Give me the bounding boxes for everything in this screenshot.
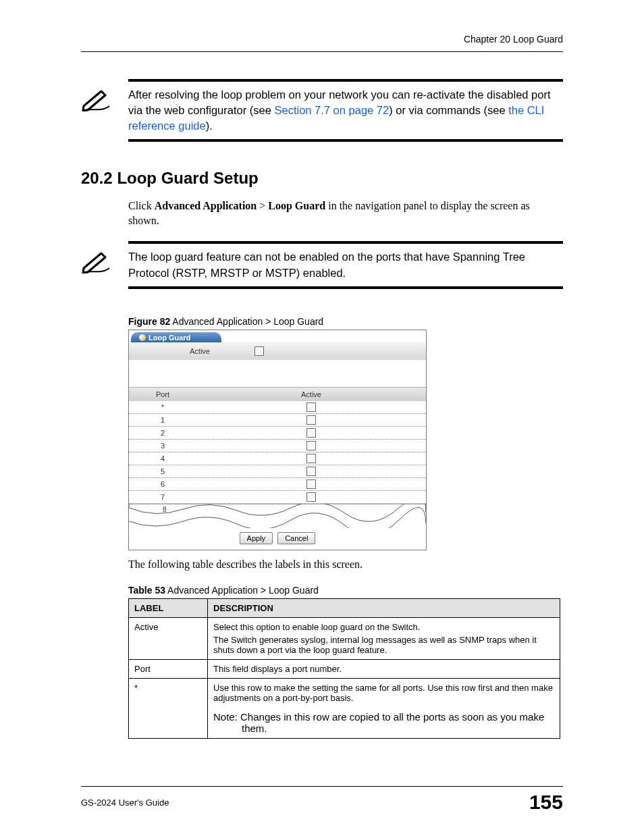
chapter-header: Chapter 20 Loop Guard	[81, 34, 563, 52]
cell-description: Select this option to enable loop guard …	[208, 618, 560, 660]
global-active-row: Active	[129, 342, 426, 360]
note2-bottom-bar	[128, 286, 563, 289]
global-active-label: Active	[129, 347, 214, 355]
note1-middle: ) or via commands (see	[389, 104, 508, 116]
port-label: *	[129, 403, 196, 411]
note-bottom-bar	[128, 139, 563, 142]
port-row-4: 4	[129, 452, 426, 465]
port-active-checkbox[interactable]	[306, 479, 316, 489]
port-label: 2	[129, 429, 196, 437]
table-row: * Use this row to make the setting the s…	[129, 679, 560, 739]
table-caption: Table 53 Advanced Application > Loop Gua…	[128, 585, 563, 596]
port-row-3: 3	[129, 440, 426, 452]
screenshot-title-text: Loop Guard	[149, 334, 190, 342]
port-row-6: 6	[129, 478, 426, 491]
desc-line: Select this option to enable loop guard …	[213, 622, 554, 632]
global-active-checkbox[interactable]	[254, 346, 264, 356]
footer-guide-name: GS-2024 User's Guide	[81, 798, 169, 808]
apply-button[interactable]: Apply	[240, 532, 273, 544]
desc-line: The Switch generates syslog, internal lo…	[213, 635, 554, 655]
torn-edge: 8	[129, 504, 426, 528]
table-caption-bold: Table 53	[128, 585, 165, 596]
cell-description: Use this row to make the setting the sam…	[208, 679, 560, 739]
screenshot-title-tab: Loop Guard	[131, 332, 221, 343]
note-block-1: After resolving the loop problem on your…	[81, 79, 563, 142]
port-label: 1	[129, 416, 196, 424]
cancel-button[interactable]: Cancel	[277, 532, 315, 544]
cell-description: This field displays a port number.	[208, 660, 560, 679]
col-header-port: Port	[129, 390, 196, 398]
port-active-checkbox[interactable]	[306, 415, 316, 425]
table-caption-rest: Advanced Application > Loop Guard	[165, 585, 319, 596]
port-active-checkbox[interactable]	[306, 492, 316, 502]
note-2-text: The loop guard feature can not be enable…	[122, 249, 563, 280]
cell-label: Port	[129, 660, 208, 679]
intro-mid: >	[257, 200, 268, 211]
section-title: 20.2 Loop Guard Setup	[81, 169, 563, 188]
table-row: Port This field displays a port number.	[129, 660, 560, 679]
port-row-1: 1	[129, 414, 426, 427]
port-row-7: 7	[129, 491, 426, 504]
intro-prefix: Click	[128, 200, 155, 211]
loop-guard-screenshot: Loop Guard Active Port Active * 1 2 3 4 …	[128, 330, 427, 550]
port-row-5: 5	[129, 465, 426, 478]
th-label: LABEL	[129, 599, 208, 618]
col-header-active: Active	[196, 390, 426, 398]
cell-label: *	[129, 679, 208, 739]
figure-caption: Figure 82 Advanced Application > Loop Gu…	[128, 316, 563, 327]
table-header-row: LABEL DESCRIPTION	[129, 599, 560, 618]
intro-loop-guard: Loop Guard	[268, 200, 325, 211]
note-1-text: After resolving the loop problem on your…	[122, 87, 563, 134]
port-active-checkbox[interactable]	[306, 454, 316, 463]
figure-caption-rest: Advanced Application > Loop Guard	[170, 316, 323, 327]
table-intro: The following table describes the labels…	[128, 557, 563, 572]
port-label: 6	[129, 480, 196, 488]
description-table: LABEL DESCRIPTION Active Select this opt…	[128, 598, 560, 739]
tab-dot-icon	[139, 334, 146, 341]
port-active-checkbox[interactable]	[306, 402, 316, 412]
th-description: DESCRIPTION	[208, 599, 560, 618]
figure-caption-bold: Figure 82	[128, 316, 170, 327]
port-label: 4	[129, 454, 196, 463]
page-footer: GS-2024 User's Guide 155	[81, 786, 563, 814]
port-active-checkbox[interactable]	[306, 441, 316, 450]
port-label: 7	[129, 493, 196, 501]
table-row: Active Select this option to enable loop…	[129, 618, 560, 660]
port-active-checkbox[interactable]	[306, 467, 316, 476]
note-block-2: The loop guard feature can not be enable…	[81, 241, 563, 288]
screenshot-button-row: Apply Cancel	[129, 528, 426, 550]
link-section-7-7[interactable]: Section 7.7 on page 72	[274, 104, 389, 116]
pencil-note-icon	[81, 249, 122, 278]
screenshot-table-header: Port Active	[129, 387, 426, 401]
port-active-checkbox[interactable]	[306, 428, 316, 438]
port-label: 5	[129, 467, 196, 475]
cell-note: Note: Changes in this row are copied to …	[242, 711, 554, 734]
desc-line: Use this row to make the setting the sam…	[213, 683, 554, 703]
footer-page-number: 155	[529, 791, 563, 814]
cell-label: Active	[129, 618, 208, 660]
intro-advanced-application: Advanced Application	[155, 200, 257, 211]
port-label: 3	[129, 442, 196, 450]
port-row-2: 2	[129, 427, 426, 440]
note1-suffix: ).	[206, 120, 213, 132]
port-row-star: *	[129, 401, 426, 414]
svg-text:8: 8	[163, 506, 167, 513]
section-intro: Click Advanced Application > Loop Guard …	[128, 199, 563, 228]
screenshot-spacer	[129, 360, 426, 387]
pencil-note-icon	[81, 87, 122, 115]
